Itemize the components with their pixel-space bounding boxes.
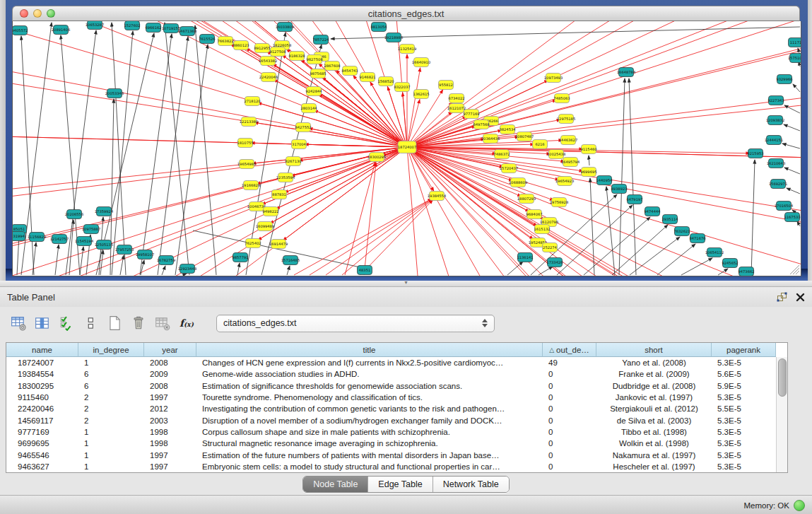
network-window-titlebar[interactable]: citations_edges.txt: [12, 6, 800, 21]
graph-edge: [112, 23, 126, 275]
graph-node-label: 8215953: [747, 151, 763, 156]
zoom-window-button[interactable]: [47, 9, 55, 18]
graph-node-label: 9699695: [580, 170, 596, 174]
network-canvas[interactable]: 9405572208914061065328715276026966162107…: [12, 21, 801, 276]
graph-node-label: 19654985: [237, 162, 256, 166]
tab-node-table[interactable]: Node Table: [303, 477, 368, 492]
cell: Investigating the contribution of common…: [196, 404, 543, 413]
graph-node-label: 9329966: [776, 77, 792, 81]
graph-node-label: 48351: [359, 268, 371, 272]
citation-network-graph[interactable]: 9405572208914061065328715276026966162107…: [13, 21, 801, 276]
cell: Corpus callosum shape and size in male p…: [196, 428, 543, 436]
graph-edge: [584, 217, 650, 275]
float-panel-icon[interactable]: [777, 292, 787, 302]
network-window-area: citations_edges.txt 94055722089140610653…: [0, 0, 812, 281]
close-window-button[interactable]: [20, 9, 28, 18]
graph-node-label: 19654923: [555, 179, 574, 183]
graph-node-label: 19756928: [550, 200, 568, 204]
graph-edge: [606, 187, 615, 275]
scrollbar-thumb[interactable]: [778, 358, 787, 397]
tab-edge-table[interactable]: Edge Table: [368, 477, 433, 492]
graph-edge: [793, 84, 800, 92]
cell: Structural magnetic resonance image aver…: [196, 439, 543, 448]
close-panel-icon[interactable]: [796, 293, 805, 302]
cell: 1997: [144, 451, 196, 460]
splitter-grip-icon[interactable]: ▾: [404, 280, 407, 286]
cell: 9465546: [6, 451, 78, 460]
table-row[interactable]: 1456911722003Disruption of a novel membe…: [6, 414, 787, 426]
table-select-value: citations_edges.txt: [217, 318, 478, 328]
cell: 0: [543, 439, 596, 448]
graph-node-label: 931994: [13, 234, 25, 238]
table-row[interactable]: 2242004622012Investigating the contribut…: [6, 403, 787, 414]
column-header-in_degree[interactable]: in_degree: [78, 343, 144, 357]
cell: 2008: [144, 358, 196, 367]
graph-node-label: 8813054: [370, 25, 387, 29]
graph-node-label: 7615526: [199, 37, 215, 41]
graph-node-label: 1362615: [413, 92, 429, 96]
graph-edge: [784, 124, 800, 131]
graph-edge: [140, 34, 172, 275]
cell: Disruption of a novel member of a sodium…: [196, 416, 543, 425]
table-row[interactable]: 1938455462009Genome-wide association stu…: [6, 368, 787, 380]
cell: 0: [543, 382, 596, 390]
graph-node-label: 8938923: [611, 187, 627, 191]
new-column-icon[interactable]: [105, 313, 124, 334]
cell: 2012: [144, 404, 196, 413]
graph-edge: [630, 237, 680, 275]
minimize-window-button[interactable]: [33, 9, 42, 18]
column-header-year[interactable]: year: [144, 343, 196, 357]
graph-node-label: 1527602: [124, 23, 140, 28]
column-header-title[interactable]: title: [196, 343, 543, 357]
table-tabbar: Node TableEdge TableNetwork Table: [0, 473, 812, 496]
table-row[interactable]: 946554611997Estimation of the future num…: [6, 449, 787, 460]
cell: Franke et al. (2009): [596, 370, 712, 378]
column-header-name[interactable]: name: [6, 343, 78, 357]
graph-node-label: 6734022: [448, 96, 464, 100]
cell: 1: [78, 358, 144, 367]
panel-splitter[interactable]: ▾: [0, 281, 812, 287]
table-select-dropdown[interactable]: citations_edges.txt: [216, 315, 495, 332]
graph-node-label: 16121072: [447, 106, 466, 110]
graph-node-label: 2867608: [324, 64, 340, 68]
cell: 9463627: [6, 462, 78, 471]
graph-edge: [319, 94, 407, 147]
cell: 5.9E-5: [712, 382, 776, 390]
graph-edge: [364, 163, 376, 275]
graph-edge: [80, 247, 83, 275]
function-builder-icon[interactable]: f(x): [177, 313, 196, 334]
table-row[interactable]: 1830029562008Estimation of significance …: [6, 380, 787, 392]
table-row[interactable]: 1872400712008Changes of HCN gene express…: [6, 357, 787, 368]
column-header-out_de[interactable]: △out_de…: [543, 343, 596, 357]
cell: Yano et al. (2008): [596, 358, 712, 367]
graph-node-label: 8427552: [295, 125, 311, 129]
table-row[interactable]: 977716911998Corpus callosum shape and si…: [6, 426, 787, 438]
column-header-pagerank[interactable]: pagerank: [712, 343, 776, 357]
graph-node-label: 9474444: [644, 209, 661, 214]
graph-node-label: 18807293: [517, 197, 536, 201]
desktop-background: citations_edges.txt 94055722089140610653…: [6, 0, 808, 281]
row-select-icon[interactable]: [57, 313, 76, 334]
cell: Changes of HCN gene expression and I(f) …: [196, 358, 543, 367]
cell: 1: [78, 462, 144, 471]
graph-node-label: 12213380: [240, 119, 258, 124]
table-mode-icon[interactable]: [8, 313, 28, 334]
graph-node-label: 8912955: [254, 46, 270, 50]
graph-edge: [751, 160, 755, 275]
table-row[interactable]: 969969511998Structural magnetic resonanc…: [6, 438, 787, 449]
cell: 49: [543, 358, 596, 367]
tab-network-table[interactable]: Network Table: [433, 477, 509, 492]
table-row[interactable]: 911546021997Tourette syndrome. Phenomeno…: [6, 392, 787, 403]
graph-edge: [195, 25, 216, 275]
column-header-short[interactable]: short: [596, 343, 712, 357]
delete-column-icon[interactable]: [129, 313, 148, 334]
graph-edge: [619, 78, 625, 275]
cell: Embryonic stem cells: a model to study s…: [196, 462, 543, 471]
table-row[interactable]: 946362711997Embryonic stem cells: a mode…: [6, 461, 787, 472]
graph-node-label: 16648784: [617, 70, 636, 74]
compact-rows-icon[interactable]: [81, 313, 100, 334]
table-scrollbar[interactable]: [776, 357, 787, 472]
graph-node-label: 11545194: [75, 239, 94, 243]
canvas-resize-grip: [793, 268, 799, 274]
column-display-icon[interactable]: [33, 313, 52, 334]
